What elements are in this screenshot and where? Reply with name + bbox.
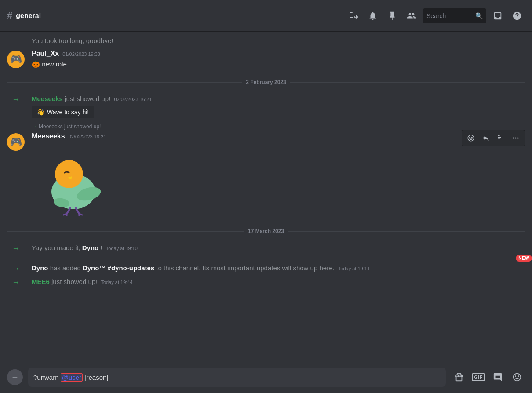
system-timestamp: Today at 19:44	[101, 280, 132, 285]
system-arrow: →	[7, 243, 25, 253]
messages-area: You took too long, goodbye! 🎮 Paul_Xx 01…	[0, 32, 532, 292]
system-text: MEE6 just showed up! Today at 19:44	[32, 277, 133, 286]
date-divider-text-march: 17 March 2023	[248, 228, 284, 234]
partial-message: You took too long, goodbye!	[0, 35, 532, 46]
system-content: Meeseeks just showed up! 02/02/2023 16:2…	[32, 94, 152, 118]
gif-label: GIF	[472, 373, 485, 381]
text-part: has added	[50, 264, 83, 272]
system-timestamp: 02/02/2023 16:21	[114, 97, 152, 102]
add-attachment-button[interactable]: +	[7, 369, 23, 385]
meeseeks-timestamp: 02/02/2023 16:21	[69, 134, 106, 139]
message-input-value: ?unwarn @user [reason]	[33, 374, 109, 381]
threads-icon-btn[interactable]	[346, 8, 361, 24]
channel-hash-icon: #	[7, 10, 12, 22]
input-right-icons: GIF	[451, 369, 525, 385]
system-message-dyno-add: → Dyno has added Dyno™ #dyno-updates to …	[0, 262, 532, 275]
message-area-wrap: You took too long, goodbye! 🎮 Paul_Xx 01…	[0, 32, 532, 361]
mee6-name: MEE6	[32, 278, 50, 285]
add-reaction-btn[interactable]	[464, 131, 478, 145]
pin-icon-btn[interactable]	[384, 8, 400, 24]
avatar: 🎮	[7, 51, 25, 68]
more-options-btn[interactable]	[509, 131, 523, 145]
input-at-user: @user	[61, 373, 83, 382]
wave-button[interactable]: 👋 Wave to say hi!	[32, 106, 94, 118]
system-arrow: →	[7, 94, 25, 104]
sticker-icon-btn[interactable]	[490, 369, 506, 385]
svg-point-18	[513, 138, 514, 139]
date-divider: 2 February 2023	[7, 79, 525, 85]
arrow-icon: →	[12, 244, 20, 253]
members-icon-btn[interactable]	[404, 8, 419, 24]
input-command: ?unwarn	[33, 374, 61, 381]
system-message-meeseeks-join: → Meeseeks just showed up! 02/02/2023 16…	[0, 92, 532, 120]
date-divider-march: 17 March 2023	[7, 228, 525, 234]
date-divider-text: 2 February 2023	[246, 79, 286, 85]
new-message-wrap: NEW → Dyno has added Dyno™ #dyno-updates…	[0, 255, 532, 275]
inbox-icon-btn[interactable]	[490, 8, 506, 24]
svg-point-4	[55, 160, 83, 188]
timestamp: 01/02/2023 19:33	[62, 51, 100, 57]
message-content: Paul_Xx 01/02/2023 19:33 🎃 new role	[32, 50, 525, 69]
input-rest: [reason]	[83, 374, 108, 381]
system-timestamp: Today at 19:11	[338, 266, 370, 271]
emoji-icon-btn[interactable]	[509, 369, 525, 385]
meeseeks-avatar: 🎮	[7, 133, 25, 151]
channel-name: general	[16, 12, 41, 20]
text-part: Yay you made it,	[32, 244, 82, 251]
search-box[interactable]: Search 🔍	[423, 8, 486, 23]
meeseeks-bird-message: 🎮 Meeseeks 02/02/2023 16:21	[0, 131, 532, 221]
arrow-icon: →	[12, 264, 20, 273]
meeseeks-content: Meeseeks 02/02/2023 16:21	[32, 132, 525, 218]
meeseeks-message-group-wrap: → Meeseeks just showed up! 🎮 Meeseeks 02…	[0, 124, 532, 221]
ref-text: Meeseeks just showed up!	[39, 124, 101, 130]
divider-line	[290, 82, 525, 83]
dyno-updates-channel: Dyno™ #dyno-updates	[83, 264, 154, 272]
text-part: to this channel. Its most important upda…	[156, 264, 334, 272]
message-text: 🎃 new role	[32, 59, 525, 69]
system-text: Meeseeks just showed up! 02/02/2023 16:2…	[32, 94, 152, 103]
svg-point-20	[517, 138, 519, 139]
bird-image	[32, 146, 102, 216]
header-actions: Search 🔍	[346, 8, 525, 24]
dyno-name: Dyno	[82, 244, 99, 251]
svg-rect-1	[350, 15, 355, 15]
bell-icon-btn[interactable]	[365, 8, 381, 24]
system-arrow: →	[7, 277, 25, 287]
new-badge: NEW	[516, 255, 532, 262]
new-divider: NEW	[0, 255, 532, 262]
plus-icon: +	[12, 371, 18, 383]
system-arrow: →	[7, 263, 25, 273]
dyno-name: Dyno	[32, 264, 48, 272]
message-header: Paul_Xx 01/02/2023 19:33	[32, 50, 525, 58]
message-action-bar	[462, 130, 525, 146]
search-icon: 🔍	[475, 12, 483, 19]
system-action: just showed up!	[65, 95, 112, 102]
help-icon-btn[interactable]	[509, 8, 525, 24]
gif-icon-btn[interactable]: GIF	[470, 369, 486, 385]
meeseeks-username: Meeseeks	[32, 132, 65, 140]
header: # general Search 🔍	[0, 0, 532, 32]
divider-line	[288, 231, 525, 232]
svg-point-19	[515, 138, 517, 139]
text-part: !	[100, 244, 102, 251]
input-area: + ?unwarn @user [reason] GIF	[0, 361, 532, 393]
divider-line	[7, 231, 244, 232]
new-divider-line	[7, 258, 512, 258]
create-thread-btn[interactable]	[494, 131, 508, 145]
system-username: Meeseeks	[32, 95, 63, 102]
search-placeholder: Search	[426, 12, 473, 19]
system-text: Yay you made it, Dyno ! Today at 19:10	[32, 243, 138, 252]
system-timestamp: Today at 19:10	[106, 246, 138, 251]
svg-rect-2	[350, 17, 353, 18]
message-input-box[interactable]: ?unwarn @user [reason]	[28, 368, 446, 387]
arrow-icon: →	[12, 278, 20, 287]
reply-btn[interactable]	[479, 131, 493, 145]
system-message-mee6-join: → MEE6 just showed up! Today at 19:44	[0, 275, 532, 289]
gift-icon-btn[interactable]	[451, 369, 467, 385]
svg-rect-0	[350, 12, 353, 13]
wave-label: Wave to say hi!	[47, 109, 89, 116]
arrow-icon: →	[12, 95, 20, 104]
ref-arrow-icon: →	[32, 124, 37, 130]
username: Paul_Xx	[32, 50, 59, 58]
system-message-dyno-join: → Yay you made it, Dyno ! Today at 19:10	[0, 241, 532, 255]
